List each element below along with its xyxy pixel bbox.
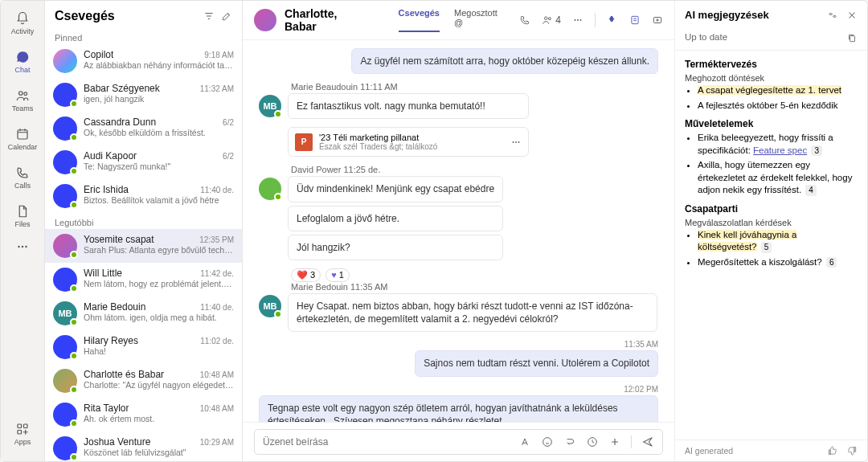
chat-row[interactable]: Copilot9:18 AMAz alábbiakban néhány info… — [45, 44, 242, 78]
rail-more[interactable] — [5, 237, 40, 258]
chat-row[interactable]: Hilary Reyes11:02 de.Haha! — [45, 330, 242, 364]
attachment-card[interactable]: P '23 Téli marketing pillanat Észak szél… — [288, 127, 529, 157]
ai-list-item: Axilla, hogy ütemezzen egy értekezletet … — [698, 159, 858, 197]
ai-list-item: A fejlesztés október 5-én kezdődik — [698, 100, 858, 112]
chat-row[interactable]: Babar Szégyenek11:32 AMigen, jól hangzik — [45, 78, 242, 112]
tab-shared[interactable]: Megosztott @ — [454, 8, 503, 32]
chat-preview: Ah. ok értem most. — [84, 414, 234, 423]
chat-list-scroll[interactable]: Pinned Copilot9:18 AMAz alábbiakban néhá… — [45, 28, 242, 461]
close-icon[interactable] — [846, 10, 858, 21]
actions-icon[interactable] — [586, 435, 599, 448]
compose-icon[interactable] — [221, 10, 232, 22]
chat-preview: Biztos. Beállítok valamit a jövő hétre — [84, 195, 234, 205]
ai-item-text: Kinek kell jóváhagynia a költségvetést? — [698, 230, 796, 252]
loop-icon[interactable] — [563, 435, 576, 448]
copy-icon[interactable] — [846, 32, 858, 43]
chat-preview: Az alábbiakban néhány információt talál,… — [84, 60, 234, 70]
chat-row[interactable]: Eric Ishida11:40 de.Biztos. Beállítok va… — [45, 179, 242, 213]
conv-actions: 4 — [519, 13, 663, 27]
ai-ref-badge[interactable]: 5 — [761, 242, 772, 253]
conv-avatar — [254, 9, 276, 31]
svg-rect-6 — [18, 424, 22, 428]
message-bubble[interactable]: Jól hangzik? — [288, 235, 503, 260]
chat-time: 12:35 PM — [199, 235, 234, 244]
chat-name: Charlotte és Babar — [84, 369, 164, 380]
divider — [595, 13, 596, 27]
ai-feature-spec-link[interactable]: Feature spec — [753, 145, 807, 155]
thumbs-down-icon[interactable] — [846, 445, 858, 456]
rail-calendar[interactable]: Calendar — [5, 121, 40, 157]
chat-row[interactable]: Cassandra Dunn6/2Ok, később elküldöm a f… — [45, 112, 242, 145]
message-row: MB Ez fantasztikus volt. nagy munka bemu… — [259, 93, 658, 157]
conv-title-group: Charlotte, Babar — [285, 7, 368, 33]
copilot-icon[interactable] — [607, 14, 618, 26]
rail-calls[interactable]: Calls — [5, 160, 40, 195]
participants-button[interactable]: 4 — [542, 14, 561, 26]
call-icon[interactable] — [519, 14, 530, 26]
message-bubble[interactable]: Sajnos nem tudtam részt venni. Utolérem … — [415, 350, 658, 376]
chat-row[interactable]: Charlotte és Babar10:48 AMCharlotte: "Az… — [45, 364, 242, 398]
filter-icon[interactable] — [203, 10, 215, 22]
chat-preview: Te: Nagyszerű munka!" — [84, 161, 234, 171]
ai-subheader: Up to date — [675, 29, 867, 51]
more-icon[interactable] — [510, 137, 522, 148]
more-icon[interactable] — [572, 14, 583, 26]
conv-body[interactable]: Az ügyfél nem számított arra, hogy októb… — [243, 40, 674, 422]
svg-point-3 — [18, 246, 19, 247]
message-bubble[interactable]: Üdv mindenkinek! Menjünk egy csapat ebéd… — [288, 176, 503, 202]
message-bubble[interactable]: Az ügyfél nem számított arra, hogy októb… — [351, 48, 658, 74]
divider — [631, 435, 632, 448]
ai-ref-badge[interactable]: 6 — [826, 257, 837, 268]
rail-files[interactable]: Files — [5, 198, 40, 234]
message-bubble[interactable]: Hey Csapat. nem biztos abban, hogy bárki… — [288, 293, 657, 332]
settings-icon[interactable] — [827, 10, 838, 21]
message-me: Tegnap este volt egy nagyon szép ötletem… — [259, 395, 658, 423]
tab-chat[interactable]: Csevegés — [399, 8, 440, 32]
reaction-heart[interactable]: ❤️3 — [291, 268, 321, 282]
composer-input[interactable] — [263, 436, 518, 448]
avatar — [53, 83, 77, 107]
send-icon[interactable] — [641, 435, 654, 448]
chat-row[interactable]: Joshua Venture10:29 AMKöszönet láb felül… — [45, 431, 242, 461]
rail-apps[interactable]: Apps — [5, 416, 40, 452]
chat-name: Rita Taylor — [84, 403, 129, 414]
phone-icon — [15, 166, 30, 180]
chat-row[interactable]: Rita Taylor10:48 AMAh. ok értem most. — [45, 398, 242, 431]
rail-chat[interactable]: Chat — [5, 44, 40, 80]
chat-row[interactable]: Yosemite csapat12:35 PMSarah Plus: Atlan… — [45, 229, 242, 263]
chat-name: Audi Kapoor — [84, 150, 137, 161]
notes-icon[interactable] — [629, 14, 641, 26]
rail-label: Files — [14, 220, 30, 228]
chat-preview: Ok, később elküldöm a frissítést. — [84, 128, 234, 137]
composer-box[interactable] — [254, 429, 663, 455]
chat-row[interactable]: Will Little11:42 de.Nem látom, hogy ez p… — [45, 263, 242, 296]
message-bubble[interactable]: Ez fantasztikus volt. nagy munka bemutat… — [288, 93, 529, 119]
thumbs-up-icon[interactable] — [827, 445, 838, 456]
rail-label: Teams — [12, 104, 34, 112]
ai-ref-badge[interactable]: 4 — [805, 185, 817, 196]
ai-body[interactable]: Terméktervezés Meghozott döntések A csap… — [675, 51, 867, 440]
svg-rect-14 — [632, 16, 638, 23]
avatar — [53, 117, 77, 141]
svg-rect-8 — [18, 431, 22, 435]
svg-point-11 — [575, 19, 576, 21]
ai-ref-badge[interactable]: 3 — [811, 145, 822, 157]
ai-item-text: Megerősítettek a kiszolgálást? — [698, 257, 822, 267]
message-me: Sajnos nem tudtam részt venni. Utolérem … — [259, 350, 658, 376]
avatar — [259, 178, 281, 200]
reaction-love[interactable]: ♥1 — [326, 268, 350, 282]
format-icon[interactable] — [518, 435, 531, 448]
rail-teams[interactable]: Teams — [5, 83, 40, 118]
emoji-icon[interactable] — [541, 435, 554, 448]
ai-footer-label: AI generated — [685, 446, 733, 456]
chat-row[interactable]: MBMarie Bedouin11:40 de.Ohm látom. igen,… — [45, 296, 242, 330]
message-bubble[interactable]: Tegnap este volt egy nagyon szép ötletem… — [259, 395, 658, 423]
add-icon[interactable] — [608, 435, 621, 448]
message-bubble[interactable]: Lefoglalom a jövő hétre. — [288, 206, 503, 231]
add-tab-icon[interactable] — [652, 14, 663, 26]
ai-list-item: Megerősítettek a kiszolgálást? 6 — [698, 256, 858, 269]
chat-row[interactable]: Audi Kapoor6/2Te: Nagyszerű munka!" — [45, 145, 242, 179]
chat-name: Copilot — [84, 49, 113, 60]
chat-name: Hilary Reyes — [84, 335, 138, 346]
rail-activity[interactable]: Activity — [5, 6, 40, 41]
